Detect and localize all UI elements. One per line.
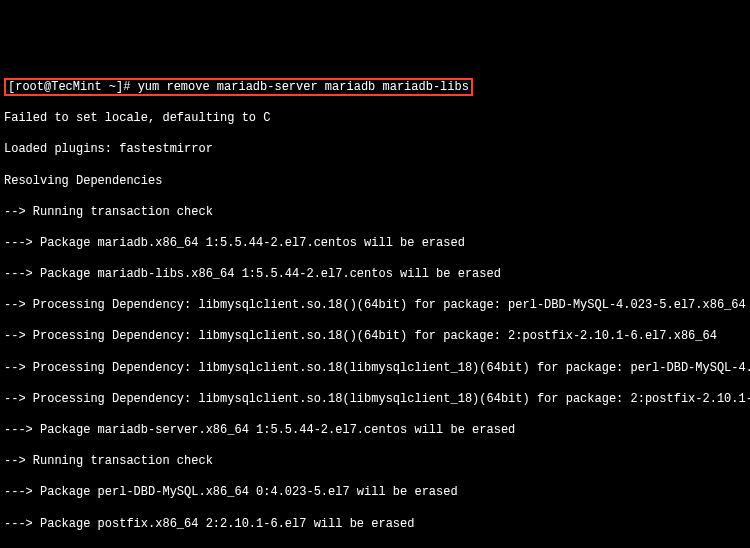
output-line: --> Processing Dependency: libmysqlclien… — [4, 329, 746, 345]
output-line: --> Processing Dependency: libmysqlclien… — [4, 298, 746, 314]
output-line: ---> Package mariadb-server.x86_64 1:5.5… — [4, 423, 746, 439]
output-line: ---> Package postfix.x86_64 2:2.10.1-6.e… — [4, 517, 746, 533]
output-line: Loaded plugins: fastestmirror — [4, 142, 746, 158]
shell-prompt-char: ]# — [116, 80, 138, 94]
output-line: --> Running transaction check — [4, 205, 746, 221]
output-line: ---> Package perl-DBD-MySQL.x86_64 0:4.0… — [4, 485, 746, 501]
shell-prompt: [root@TecMint ~ — [8, 80, 116, 94]
terminal-window[interactable]: [root@TecMint ~]# yum remove mariadb-ser… — [0, 62, 750, 548]
output-line: --> Running transaction check — [4, 454, 746, 470]
output-line: ---> Package mariadb-libs.x86_64 1:5.5.4… — [4, 267, 746, 283]
output-line: --> Processing Dependency: libmysqlclien… — [4, 361, 746, 377]
output-line: ---> Package mariadb.x86_64 1:5.5.44-2.e… — [4, 236, 746, 252]
output-line: Failed to set locale, defaulting to C — [4, 111, 746, 127]
output-line: --> Processing Dependency: libmysqlclien… — [4, 392, 746, 408]
shell-command: yum remove mariadb-server mariadb mariad… — [138, 80, 469, 94]
command-highlight: [root@TecMint ~]# yum remove mariadb-ser… — [4, 78, 473, 96]
output-line: Resolving Dependencies — [4, 174, 746, 190]
